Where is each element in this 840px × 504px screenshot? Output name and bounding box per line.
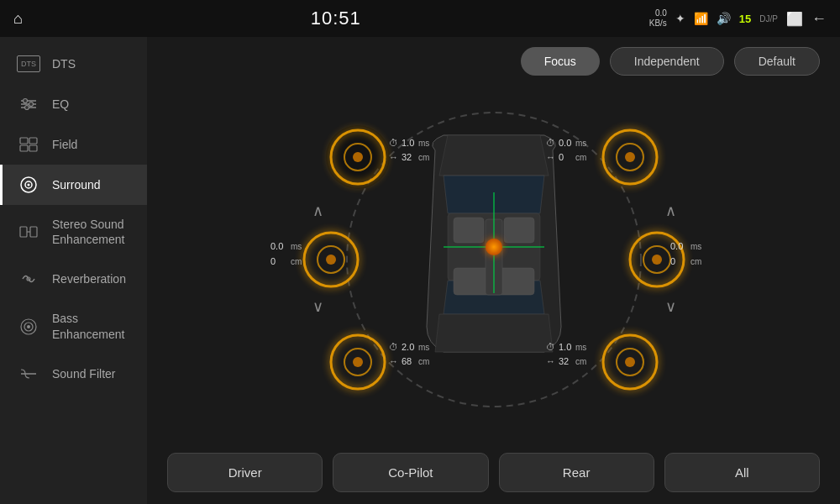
field-icon xyxy=(17,136,40,153)
svg-text:⏱: ⏱ xyxy=(546,138,555,148)
bottom-controls: Driver Co-Pilot Rear All xyxy=(147,443,840,504)
svg-text:⏱: ⏱ xyxy=(546,342,555,352)
svg-text:cm: cm xyxy=(575,357,586,366)
reverb-icon xyxy=(17,270,40,287)
speed-indicator: 0.0 KB/s xyxy=(649,8,667,29)
svg-rect-14 xyxy=(30,227,37,237)
speaker-info-mid-left: 0.0 ms 0 cm xyxy=(270,241,302,266)
bass-icon xyxy=(17,318,40,335)
volume-level: 15 xyxy=(739,13,751,25)
svg-point-4 xyxy=(29,102,34,107)
main-content: Focus Independent Default xyxy=(147,37,840,504)
copilot-button[interactable]: Co-Pilot xyxy=(333,453,488,492)
svg-rect-13 xyxy=(20,227,27,237)
svg-point-39 xyxy=(326,255,336,265)
screen-icon: ⬜ xyxy=(786,11,803,27)
svg-rect-7 xyxy=(29,138,37,144)
dts-icon: DTS xyxy=(17,55,40,72)
svg-text:2.0: 2.0 xyxy=(402,342,414,352)
speaker-info-rear-left: ⏱ 2.0 ms ↔ 68 cm xyxy=(389,342,429,366)
svg-rect-23 xyxy=(454,218,484,243)
svg-text:⏱: ⏱ xyxy=(389,342,398,352)
svg-text:ms: ms xyxy=(575,139,586,148)
svg-text:0: 0 xyxy=(270,256,276,266)
svg-rect-24 xyxy=(504,218,534,243)
svg-point-12 xyxy=(28,184,30,186)
sidebar-item-field[interactable]: Field xyxy=(0,124,147,165)
back-icon[interactable]: ← xyxy=(811,10,827,28)
svg-point-48 xyxy=(625,357,635,367)
default-button[interactable]: Default xyxy=(734,47,820,76)
svg-point-42 xyxy=(652,255,662,265)
speaker-info-front-left: ⏱ 1.0 ms ↔ 32 cm xyxy=(389,138,429,162)
chevron-up-right-icon: ∧ xyxy=(664,202,675,219)
svg-text:1.0: 1.0 xyxy=(559,342,571,352)
svg-text:cm: cm xyxy=(690,257,701,266)
dj-label: DJ/P xyxy=(759,14,778,24)
sidebar-label-bass: Bass Enhancement xyxy=(52,311,130,341)
bluetooth-icon: ✦ xyxy=(675,12,685,25)
sidebar-item-reverb[interactable]: Reverberation xyxy=(0,259,147,299)
svg-text:↔: ↔ xyxy=(546,152,555,162)
svg-text:ms: ms xyxy=(291,242,302,251)
svg-point-36 xyxy=(625,152,635,162)
svg-point-3 xyxy=(24,99,28,103)
svg-text:0: 0 xyxy=(670,256,675,266)
sidebar-item-eq[interactable]: EQ xyxy=(0,84,147,124)
chevron-up-left-icon: ∧ xyxy=(312,202,323,219)
driver-button[interactable]: Driver xyxy=(167,453,323,492)
svg-text:68: 68 xyxy=(402,356,412,366)
svg-text:cm: cm xyxy=(418,153,429,162)
svg-text:ms: ms xyxy=(575,343,586,352)
sidebar-item-surround[interactable]: Surround xyxy=(0,165,147,205)
status-bar-right: 0.0 KB/s ✦ 📶 🔊 15 DJ/P ⬜ ← xyxy=(649,8,827,29)
svg-point-29 xyxy=(486,239,502,255)
svg-text:1.0: 1.0 xyxy=(402,138,414,148)
sidebar-item-stereo[interactable]: Stereo Sound Enhancement xyxy=(0,205,147,259)
sidebar-label-stereo: Stereo Sound Enhancement xyxy=(52,217,130,247)
sidebar-label-field: Field xyxy=(52,138,77,151)
svg-point-19 xyxy=(27,325,30,328)
speaker-info-mid-right: 0.0 ms 0 cm xyxy=(670,241,701,266)
sidebar-label-eq: EQ xyxy=(52,97,69,111)
sidebar-item-filter[interactable]: Sound Filter xyxy=(0,354,147,394)
sidebar-label-dts: DTS xyxy=(52,57,76,71)
all-button[interactable]: All xyxy=(664,453,820,492)
rear-button[interactable]: Rear xyxy=(499,453,654,492)
independent-button[interactable]: Independent xyxy=(610,47,724,76)
svg-text:cm: cm xyxy=(291,257,302,266)
svg-text:0.0: 0.0 xyxy=(559,138,571,148)
svg-text:32: 32 xyxy=(402,152,412,162)
wifi-icon: 📶 xyxy=(694,12,708,25)
svg-text:↔: ↔ xyxy=(389,152,398,162)
svg-point-33 xyxy=(353,152,363,162)
svg-rect-8 xyxy=(20,145,28,151)
sidebar-item-dts[interactable]: DTS DTS xyxy=(0,44,147,84)
svg-text:0.0: 0.0 xyxy=(670,241,683,251)
svg-text:⏱: ⏱ xyxy=(389,138,398,148)
svg-text:0: 0 xyxy=(559,152,564,162)
svg-text:ms: ms xyxy=(418,343,429,352)
speaker-info-rear-right: ⏱ 1.0 ms ↔ 32 cm xyxy=(546,342,586,366)
svg-text:32: 32 xyxy=(559,356,569,366)
sidebar-label-reverb: Reverberation xyxy=(52,272,126,286)
surround-icon xyxy=(17,176,40,193)
svg-text:↔: ↔ xyxy=(546,356,555,366)
svg-rect-6 xyxy=(20,138,28,144)
svg-text:ms: ms xyxy=(418,139,429,148)
sidebar: DTS DTS EQ Field xyxy=(0,37,147,504)
svg-text:ms: ms xyxy=(690,242,701,251)
svg-rect-9 xyxy=(29,145,37,151)
svg-text:↔: ↔ xyxy=(389,356,398,366)
sidebar-item-bass[interactable]: Bass Enhancement xyxy=(0,299,147,353)
stereo-icon xyxy=(17,223,40,240)
svg-text:0.0: 0.0 xyxy=(270,241,283,251)
focus-button[interactable]: Focus xyxy=(521,47,600,76)
svg-point-5 xyxy=(25,106,29,110)
chevron-down-left-icon: ∨ xyxy=(312,298,323,315)
svg-text:cm: cm xyxy=(418,357,429,366)
volume-icon: 🔊 xyxy=(717,12,731,25)
home-icon[interactable]: ⌂ xyxy=(13,10,23,28)
svg-point-45 xyxy=(353,357,363,367)
sidebar-label-surround: Surround xyxy=(52,178,101,192)
